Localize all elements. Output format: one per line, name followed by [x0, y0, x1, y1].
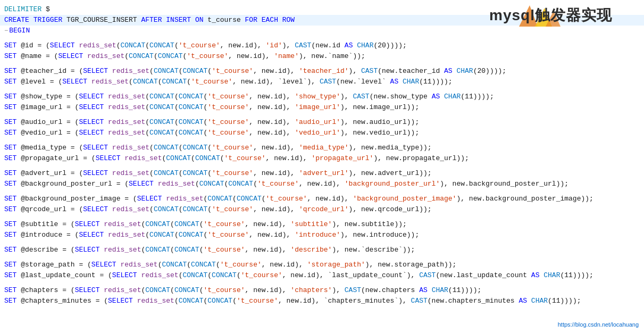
pn3: (: [183, 51, 187, 62]
spacer-5: [0, 138, 644, 143]
spacer-4: [0, 113, 644, 117]
comma1: , new.id),: [220, 40, 266, 51]
code-line-set-name: SET @name = ( SELECT redis_set ( CONCAT …: [0, 51, 644, 62]
kw-select2: SELECT: [58, 51, 83, 62]
code-line-set-qrcode-url: SET @qrcode_url = ( SELECT redis_set ( C…: [0, 204, 644, 215]
space1: [29, 15, 34, 26]
code-line-set-show-type: SET @show_type = ( SELECT redis_set ( CO…: [0, 91, 644, 102]
spacer-3: [0, 87, 644, 91]
fn-concat1a: CONCAT: [120, 40, 145, 51]
spacer-1: [0, 36, 644, 40]
str-tcourse1: 't_course': [179, 40, 220, 51]
code-line-set-chapters: SET @chapters = ( SELECT redis_set ( CON…: [0, 285, 644, 296]
code-line-set-subtitle: SET @subtitle = ( SELECT redis_set ( CON…: [0, 219, 644, 230]
spacer-7: [0, 189, 644, 194]
kw-set2: SET: [4, 51, 16, 62]
kw-for: FOR EACH ROW: [245, 15, 295, 26]
spacer-10: [0, 255, 644, 260]
var-name: @name = (: [16, 51, 58, 62]
kw-as1: AS: [345, 40, 353, 51]
code-line-set-image-url: SET @image_url = ( SELECT redis_set ( CO…: [0, 102, 644, 113]
table-name: t_course: [204, 15, 245, 26]
code-line-set-bg-poster-url: SET @background_poster_url = ( SELECT re…: [0, 179, 644, 189]
fn-redis2: redis_set: [83, 51, 124, 62]
code-line-set-advert-url: SET @advert_url = ( SELECT redis_set ( C…: [0, 168, 644, 179]
kw-create: CREATE: [4, 15, 29, 26]
code-line-set-teacher-id: SET @teacher_id = ( SELECT redis_set ( C…: [0, 66, 644, 77]
space2: [162, 15, 166, 26]
kw-insert: INSERT: [166, 15, 191, 26]
kw-on: ON: [195, 15, 204, 26]
collapse-button[interactable]: −: [4, 26, 8, 36]
str-id1: 'id': [266, 40, 282, 51]
code-line-set-media-type: SET @media_type = ( SELECT redis_set ( C…: [0, 143, 644, 153]
kw-trigger: TRIGGER: [34, 15, 63, 26]
fn-redis1: redis_set: [75, 40, 116, 51]
fn-char1: CHAR: [353, 40, 373, 51]
code-line-set-propagate-url: SET @propagate_url = ( SELECT redis_set …: [0, 153, 644, 164]
p3: (: [174, 40, 179, 51]
c2: ),: [282, 40, 295, 51]
code-line-set-chapters-minutes: SET @chapters_minutes = ( SELECT redis_s…: [0, 296, 644, 306]
delimiter-val: $: [41, 4, 50, 15]
c4: (20))));: [373, 40, 406, 51]
p2: (: [145, 40, 149, 51]
code-line-set-level: SET @level = ( SELECT redis_set ( CONCAT…: [0, 77, 644, 87]
code-line-set-bg-poster-image: SET @background_poster_image = ( SELECT …: [0, 194, 644, 204]
code-line-begin: − BEGIN: [0, 26, 644, 36]
fn-concat2a: CONCAT: [129, 51, 154, 62]
code-line-set-last-update-count: SET @last_update_count = ( SELECT redis_…: [0, 270, 644, 281]
page-title: mysql触发器实现: [489, 5, 612, 26]
space3: [191, 15, 195, 26]
pn1: (: [124, 51, 129, 62]
kw-set1: SET: [4, 40, 16, 51]
watermark-link: https://blog.csdn.net/locahuang: [558, 321, 639, 328]
pn2: (: [154, 51, 158, 62]
code-area: DELIMITER $ CREATE TRIGGER TGR_COURSE_IN…: [0, 0, 644, 311]
spacer-8: [0, 215, 644, 219]
str-name1: 'name': [274, 51, 299, 62]
spacer-2: [0, 62, 644, 66]
code-line-set-id: SET @id = ( SELECT redis_set ( CONCAT ( …: [0, 40, 644, 51]
kw-after: AFTER: [141, 15, 162, 26]
spacer-9: [0, 240, 644, 245]
spacer-11: [0, 281, 644, 285]
code-line-set-audio-url: SET @audio_url = ( SELECT redis_set ( CO…: [0, 117, 644, 128]
trigger-name: TGR_COURSE_INSERT: [62, 15, 141, 26]
fn-concat2b: CONCAT: [158, 51, 183, 62]
code-line-set-describe: SET @describe = ( SELECT redis_set ( CON…: [0, 245, 644, 255]
cn1: , new.id),: [228, 51, 274, 62]
spacer-6: [0, 164, 644, 168]
kw-delimiter: DELIMITER: [4, 4, 41, 15]
fn-cast1: CAST: [295, 40, 311, 51]
kw-select1: SELECT: [50, 40, 75, 51]
c3: (new.id: [311, 40, 344, 51]
code-line-set-vedio-url: SET @vedio_url = ( SELECT redis_set ( CO…: [0, 128, 644, 138]
cn2: ), new.`name`));: [299, 51, 365, 62]
paren1: (: [116, 40, 121, 51]
code-line-set-introduce: SET @introduce = ( SELECT redis_set ( CO…: [0, 230, 644, 240]
fn-concat1b: CONCAT: [149, 40, 174, 51]
kw-begin: BEGIN: [9, 26, 30, 36]
code-line-set-storage-path: SET @storage_path = ( SELECT redis_set (…: [0, 260, 644, 270]
var-id: @id = (: [16, 40, 49, 51]
str-tcourse2: 't_course': [187, 51, 228, 62]
